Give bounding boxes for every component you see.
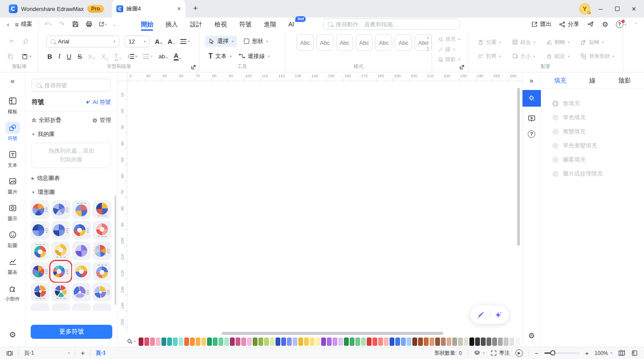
color-swatch[interactable] bbox=[429, 337, 434, 346]
focus-mode-button[interactable]: 專注 bbox=[490, 349, 510, 357]
style-scroll-arrows[interactable]: ▴▾▾ bbox=[427, 36, 429, 50]
ribbon-tab-advanced[interactable]: 進階 bbox=[264, 18, 276, 31]
color-swatch[interactable] bbox=[247, 337, 252, 346]
color-swatch[interactable] bbox=[201, 337, 206, 346]
fill-option[interactable]: 圖案填充 bbox=[552, 156, 644, 164]
line-spacing-button[interactable]: ↕▾ bbox=[127, 54, 137, 59]
avatar[interactable]: Y✓ bbox=[579, 3, 590, 14]
color-swatch[interactable] bbox=[161, 337, 166, 346]
decrease-font-button[interactable]: A− bbox=[168, 38, 175, 45]
symbol-thumbnail[interactable] bbox=[51, 221, 70, 240]
color-swatch[interactable] bbox=[218, 337, 223, 346]
color-swatch[interactable] bbox=[412, 337, 417, 346]
rotate-button[interactable]: 旋轉▾ bbox=[580, 39, 624, 46]
connector-tool-button[interactable]: 連接線▾ bbox=[239, 52, 270, 60]
color-swatch[interactable] bbox=[509, 337, 514, 346]
symbol-thumbnail[interactable] bbox=[93, 283, 111, 302]
symbol-thumbnail-highlighted[interactable] bbox=[51, 262, 70, 281]
subscript-button[interactable]: X2 bbox=[101, 53, 108, 60]
vertical-scrollbar[interactable] bbox=[517, 88, 520, 246]
bold-button[interactable]: B bbox=[47, 53, 52, 60]
color-swatch[interactable] bbox=[298, 337, 303, 346]
lock-button[interactable]: 鎖定▾ bbox=[546, 53, 580, 60]
color-swatch[interactable] bbox=[372, 337, 377, 346]
fill-option[interactable]: 單色填充 bbox=[552, 114, 644, 122]
color-swatch[interactable] bbox=[139, 337, 143, 346]
style-preset-4[interactable]: Abc bbox=[356, 34, 373, 51]
shape-tool-button[interactable]: 形狀▾ bbox=[244, 37, 268, 45]
document-tab[interactable]: 繪圖4 ✕ bbox=[112, 0, 186, 18]
superscript-button[interactable]: X2 bbox=[88, 53, 95, 60]
symbol-thumbnail[interactable] bbox=[72, 221, 91, 240]
sidebar-settings-gear-icon[interactable]: ⚙ bbox=[9, 330, 16, 340]
color-swatch[interactable] bbox=[207, 337, 212, 346]
canvas-area[interactable]: 0405060708090100110120130140150160170180… bbox=[118, 72, 522, 347]
collapse-toolbar-icon[interactable]: ⌄ bbox=[113, 22, 116, 27]
text-tool-button[interactable]: T文本▾ bbox=[208, 52, 232, 60]
symbol-thumbnail[interactable] bbox=[93, 221, 111, 240]
style-preset-7[interactable]: Abc bbox=[415, 34, 432, 51]
format-tab-shadow[interactable]: 陰影 bbox=[619, 77, 631, 85]
color-swatch[interactable] bbox=[378, 337, 383, 346]
file-menu-button[interactable]: ≡檔案 bbox=[15, 20, 32, 28]
color-swatch[interactable] bbox=[270, 337, 275, 346]
color-swatch[interactable] bbox=[281, 337, 286, 346]
symbol-thumbnail[interactable] bbox=[93, 303, 111, 311]
style-preset-6[interactable]: Abc bbox=[395, 34, 412, 51]
active-page-tab[interactable]: 頁-1 bbox=[96, 349, 106, 357]
symbol-thumbnail[interactable] bbox=[31, 283, 50, 302]
select-tool-button[interactable]: 選擇▾ bbox=[205, 36, 237, 47]
maximize-button[interactable] bbox=[614, 6, 620, 12]
color-swatch[interactable] bbox=[258, 337, 263, 346]
fullscreen-icon[interactable] bbox=[631, 350, 638, 356]
search-input[interactable] bbox=[336, 21, 455, 28]
close-button[interactable]: ✕ bbox=[631, 6, 637, 12]
layers-button[interactable]: ▾ bbox=[474, 350, 485, 356]
color-swatch[interactable] bbox=[350, 337, 354, 346]
color-swatch[interactable] bbox=[447, 337, 451, 346]
my-library-section-header[interactable]: ▼我的庫 bbox=[32, 130, 111, 138]
paste-button[interactable]: ▾ bbox=[21, 53, 31, 60]
color-swatch[interactable] bbox=[184, 337, 189, 346]
sidebar-item-widget[interactable]: 小部件 bbox=[5, 282, 20, 302]
collapse-sidebar-icon[interactable]: « bbox=[11, 77, 14, 86]
sidebar-item-template[interactable]: 模板 bbox=[5, 95, 20, 115]
color-swatch[interactable] bbox=[469, 337, 474, 346]
symbol-thumbnail[interactable] bbox=[72, 200, 91, 219]
format-tab-line[interactable]: 線 bbox=[590, 77, 596, 85]
save-button[interactable] bbox=[72, 20, 79, 28]
panel-scrollbar[interactable] bbox=[114, 195, 116, 305]
symbol-thumbnail[interactable] bbox=[93, 262, 111, 281]
symbol-thumbnail[interactable] bbox=[72, 283, 91, 302]
color-swatch[interactable] bbox=[424, 337, 429, 346]
color-swatch[interactable] bbox=[492, 337, 497, 346]
back-button[interactable]: ‹ bbox=[7, 21, 9, 28]
style-preset-3[interactable]: Abc bbox=[336, 34, 353, 51]
align-text-button[interactable]: ▾ bbox=[180, 39, 190, 44]
more-symbols-button[interactable]: 更多符號 bbox=[31, 325, 112, 339]
sidebar-item-text[interactable]: 文本 bbox=[5, 148, 20, 169]
color-swatch[interactable] bbox=[236, 337, 240, 346]
help-button[interactable]: ?▾ bbox=[616, 21, 626, 28]
color-swatch[interactable] bbox=[481, 337, 486, 346]
export-quick-button[interactable]: ▾ bbox=[99, 20, 107, 28]
zoom-in-button[interactable]: + bbox=[585, 349, 589, 357]
format-tab-fill[interactable]: 填充 bbox=[554, 77, 566, 85]
style-preset-2[interactable]: Abc bbox=[316, 34, 333, 51]
font-color-button[interactable]: A▾ bbox=[174, 52, 181, 61]
color-swatch[interactable] bbox=[315, 337, 320, 346]
ring-chart-section-header[interactable]: ▼環形圖 bbox=[32, 188, 111, 196]
flip-button[interactable]: 翻轉▾ bbox=[546, 39, 580, 46]
color-swatch[interactable] bbox=[367, 337, 372, 346]
italic-button[interactable]: I bbox=[58, 53, 61, 60]
collapse-all-button[interactable]: 全部折疊 bbox=[32, 116, 61, 124]
color-swatch[interactable] bbox=[395, 337, 400, 346]
color-swatch[interactable] bbox=[287, 337, 292, 346]
size-button[interactable]: 大小▾ bbox=[512, 53, 546, 60]
color-swatch[interactable] bbox=[452, 337, 457, 346]
overview-map-icon[interactable] bbox=[618, 349, 626, 357]
style-preset-5[interactable]: Abc bbox=[375, 34, 392, 51]
ribbon-tab-symbols[interactable]: 符號 bbox=[239, 18, 251, 31]
color-swatch[interactable] bbox=[338, 337, 343, 346]
manage-button[interactable]: ⚙管理 bbox=[92, 116, 111, 124]
